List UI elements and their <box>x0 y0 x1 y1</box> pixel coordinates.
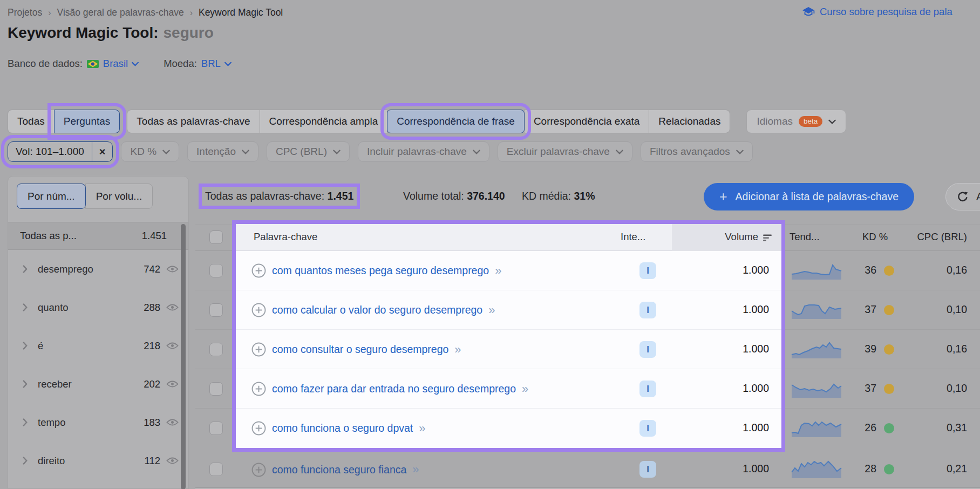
add-keyword-icon[interactable] <box>251 263 266 278</box>
open-keyword-icon[interactable]: » <box>412 464 419 476</box>
languages-dropdown[interactable]: Idiomas beta <box>746 110 846 133</box>
currency-label: Moeda: <box>164 58 197 70</box>
eye-icon[interactable] <box>166 380 179 388</box>
sidebar-item-all-keywords[interactable]: Todas as p... 1.451 <box>8 222 188 250</box>
open-keyword-icon[interactable]: » <box>419 423 425 434</box>
group-count: 288 <box>144 302 160 314</box>
intent-filter-dropdown[interactable]: Intenção <box>187 141 258 162</box>
tab-todas-palavras-chave[interactable]: Todas as palavras-chave <box>127 110 260 133</box>
course-link[interactable]: Curso sobre pesquisa de pala <box>802 6 952 18</box>
intent-badge[interactable]: I <box>639 341 656 358</box>
tab-relacionadas[interactable]: Relacionadas <box>649 110 730 133</box>
sidebar-item-receber[interactable]: receber 202 <box>8 365 188 403</box>
advanced-filters-dropdown[interactable]: Filtros avançados <box>641 141 753 162</box>
eye-icon[interactable] <box>166 342 179 350</box>
sidebar-item-quanto[interactable]: quanto 288 <box>8 288 188 327</box>
add-to-keyword-list-button[interactable]: + Adicionar à lista de palavras-chave <box>704 183 914 210</box>
eye-icon[interactable] <box>166 418 179 426</box>
course-link-label: Curso sobre pesquisa de pala <box>820 6 952 18</box>
sort-by-number-button[interactable]: Por núm... <box>17 184 86 209</box>
col-header-trend[interactable]: Tend... <box>790 231 820 243</box>
average-kd-label: KD média: <box>522 190 571 202</box>
chevron-right-icon <box>23 380 28 388</box>
col-header-cpc[interactable]: CPC (BRL) <box>917 231 967 243</box>
keyword-link[interactable]: como consultar o seguro desemprego <box>272 343 448 356</box>
cpc-value: 0,31 <box>913 422 967 434</box>
refresh-button[interactable]: A <box>945 183 980 210</box>
select-all-checkbox[interactable] <box>209 230 223 244</box>
cpc-filter-dropdown[interactable]: CPC (BRL) <box>267 141 350 162</box>
eye-icon[interactable] <box>166 457 179 465</box>
add-keyword-icon[interactable] <box>251 463 266 477</box>
col-header-intent[interactable]: Inte... <box>621 231 645 243</box>
sort-descending-icon[interactable] <box>763 234 774 242</box>
kd-status-dot <box>884 464 894 474</box>
include-keywords-dropdown[interactable]: Incluir palavras-chave <box>358 141 489 162</box>
breadcrumb-keyword-overview[interactable]: Visão geral de palavras-chave <box>57 7 184 18</box>
kd-filter-dropdown[interactable]: KD % <box>121 141 179 162</box>
row-divider <box>236 369 781 369</box>
tab-perguntas[interactable]: Perguntas <box>54 110 120 133</box>
tab-correspondencia-ampla[interactable]: Correspondência ampla <box>260 110 388 133</box>
database-label: Banco de dados: <box>8 58 83 70</box>
col-header-keyword[interactable]: Palavra-chave <box>254 231 317 243</box>
kd-value: 37 <box>831 382 876 395</box>
groups-sidebar: Por núm... Por volu... Todas as p... 1.4… <box>8 176 189 489</box>
intent-badge[interactable]: I <box>639 262 656 279</box>
row-checkbox[interactable] <box>209 303 223 317</box>
open-keyword-icon[interactable]: » <box>522 383 528 395</box>
currency-select[interactable]: BRL <box>201 58 232 70</box>
sort-by-volume-button[interactable]: Por volu... <box>85 184 153 209</box>
keyword-link[interactable]: como fazer para dar entrada no seguro de… <box>272 383 516 395</box>
volume-filter-chip[interactable]: Vol: 101–1.000 × <box>8 141 113 162</box>
keyword-link[interactable]: como funciona o seguro dpvat <box>272 422 413 434</box>
eye-icon[interactable] <box>166 265 179 273</box>
sidebar-item-tempo[interactable]: tempo 183 <box>8 403 188 442</box>
breadcrumb-projects[interactable]: Projetos <box>8 7 42 18</box>
intent-badge[interactable]: I <box>639 302 656 318</box>
col-header-volume[interactable]: Volume <box>704 231 758 243</box>
intent-badge[interactable]: I <box>639 420 656 437</box>
open-keyword-icon[interactable]: » <box>454 344 461 356</box>
sidebar-item-desemprego[interactable]: desemprego 742 <box>8 250 188 288</box>
keyword-link[interactable]: como calcular o valor do seguro desempre… <box>272 304 482 316</box>
total-volume-label: Volume total: <box>403 190 464 202</box>
row-checkbox[interactable] <box>209 382 223 396</box>
open-keyword-icon[interactable]: » <box>488 304 495 316</box>
remove-filter-icon[interactable]: × <box>92 142 113 161</box>
tab-todas[interactable]: Todas <box>8 110 55 133</box>
exclude-keywords-dropdown[interactable]: Excluir palavras-chave <box>498 141 632 162</box>
keyword-link[interactable]: com quantos meses pega seguro desemprego <box>272 264 489 277</box>
keyword-link[interactable]: como funciona seguro fianca <box>272 464 406 476</box>
add-keyword-icon[interactable] <box>251 342 266 357</box>
row-divider <box>781 329 980 330</box>
sidebar-scrollbar[interactable] <box>181 224 186 489</box>
tab-correspondencia-exata[interactable]: Correspondência exata <box>524 110 649 133</box>
group-name: é <box>38 340 144 352</box>
chevron-right-icon <box>23 457 28 465</box>
tab-correspondencia-de-frase[interactable]: Correspondência de frase <box>387 110 525 133</box>
col-header-kd[interactable]: KD % <box>862 231 888 243</box>
group-count: 183 <box>144 417 160 429</box>
match-type-group: Todas as palavras-chave Correspondência … <box>127 110 730 133</box>
row-checkbox[interactable] <box>209 422 223 435</box>
open-keyword-icon[interactable]: » <box>495 265 501 277</box>
row-checkbox[interactable] <box>209 463 223 476</box>
row-checkbox[interactable] <box>209 264 223 277</box>
eye-icon[interactable] <box>166 303 179 311</box>
add-keyword-icon[interactable] <box>251 382 266 396</box>
sidebar-item-e[interactable]: é 218 <box>8 327 188 365</box>
add-keyword-icon[interactable] <box>251 303 266 317</box>
database-select[interactable]: Brasil <box>103 58 139 70</box>
add-keyword-icon[interactable] <box>251 421 266 436</box>
sidebar-item-direito[interactable]: direito 112 <box>8 442 188 480</box>
intent-badge[interactable]: I <box>639 461 656 478</box>
kd-status-dot <box>884 423 894 433</box>
cpc-value: 0,10 <box>913 303 967 316</box>
table-row: como fazer para dar entrada no seguro de… <box>195 369 980 409</box>
page-title-main: Keyword Magic Tool: <box>8 24 159 41</box>
row-checkbox[interactable] <box>209 343 223 356</box>
kd-value: 36 <box>831 264 876 276</box>
intent-badge[interactable]: I <box>639 381 656 397</box>
cpc-value: 0,21 <box>913 463 967 475</box>
